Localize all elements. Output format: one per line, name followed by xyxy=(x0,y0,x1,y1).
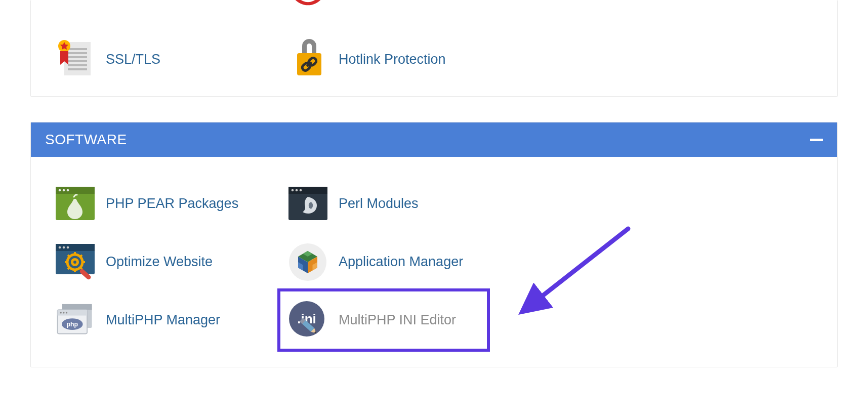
svg-rect-1 xyxy=(68,48,87,50)
php-pear-icon xyxy=(54,185,97,223)
svg-point-27 xyxy=(63,246,65,248)
optimize-website-icon xyxy=(54,243,97,281)
svg-rect-14 xyxy=(56,187,95,194)
item-php-pear-packages[interactable]: PHP PEAR Packages xyxy=(54,185,286,223)
svg-point-20 xyxy=(292,189,294,192)
svg-rect-50 xyxy=(62,304,92,309)
svg-point-55 xyxy=(66,312,67,313)
item-application-manager[interactable]: Application Manager xyxy=(286,243,519,281)
item-optimize-website[interactable]: Optimize Website xyxy=(54,243,286,281)
svg-point-39 xyxy=(73,261,76,264)
svg-text:php: php xyxy=(67,321,78,328)
item-label-multiphp-manager: MultiPHP Manager xyxy=(106,312,220,328)
item-multiphp-ini-editor[interactable]: .ini MultiPHP INI Editor xyxy=(286,301,519,339)
svg-point-53 xyxy=(60,312,61,313)
item-label-application-manager: Application Manager xyxy=(339,254,463,270)
svg-point-26 xyxy=(59,246,61,248)
svg-rect-52 xyxy=(58,310,88,315)
svg-rect-19 xyxy=(288,187,327,194)
svg-rect-3 xyxy=(68,56,87,58)
perl-modules-icon xyxy=(286,185,329,223)
svg-point-15 xyxy=(59,189,61,192)
software-panel: SOFTWARE PHP PEAR Packages xyxy=(30,122,838,367)
svg-line-36 xyxy=(68,268,69,269)
svg-rect-6 xyxy=(68,68,87,70)
security-panel: SSL/TLS Hotlink Protection xyxy=(30,0,838,97)
hotlink-protection-icon xyxy=(286,40,329,78)
svg-rect-25 xyxy=(56,244,95,251)
svg-point-22 xyxy=(300,189,302,192)
svg-line-35 xyxy=(80,255,82,257)
svg-point-54 xyxy=(63,312,64,313)
svg-rect-2 xyxy=(68,52,87,54)
item-label-perl-modules: Perl Modules xyxy=(339,196,419,212)
svg-line-37 xyxy=(80,268,82,269)
collapse-icon[interactable] xyxy=(810,139,823,141)
item-label-ssl-tls: SSL/TLS xyxy=(106,52,160,67)
software-panel-title: SOFTWARE xyxy=(45,132,127,148)
svg-line-34 xyxy=(68,255,69,257)
item-ssl-tls[interactable]: SSL/TLS xyxy=(54,40,286,78)
svg-point-17 xyxy=(67,189,69,192)
software-panel-header[interactable]: SOFTWARE xyxy=(31,122,837,157)
item-hotlink-protection[interactable]: Hotlink Protection xyxy=(286,40,519,78)
prohibition-icon xyxy=(286,0,329,8)
svg-rect-4 xyxy=(68,60,87,62)
svg-point-16 xyxy=(63,189,65,192)
item-label-multiphp-ini-editor: MultiPHP INI Editor xyxy=(339,312,456,328)
ssl-tls-icon xyxy=(54,40,97,78)
item-label-php-pear: PHP PEAR Packages xyxy=(106,196,238,212)
svg-rect-5 xyxy=(68,64,87,66)
svg-point-28 xyxy=(67,246,69,248)
item-label-hotlink-protection: Hotlink Protection xyxy=(339,52,446,67)
multiphp-ini-editor-icon: .ini xyxy=(286,301,329,339)
svg-point-23 xyxy=(309,202,313,209)
application-manager-icon xyxy=(286,243,329,281)
item-label-optimize-website: Optimize Website xyxy=(106,254,213,270)
svg-point-21 xyxy=(296,189,298,192)
multiphp-manager-icon: php xyxy=(54,301,97,339)
item-multiphp-manager[interactable]: php MultiPHP Manager xyxy=(54,301,286,339)
item-perl-modules[interactable]: Perl Modules xyxy=(286,185,519,223)
